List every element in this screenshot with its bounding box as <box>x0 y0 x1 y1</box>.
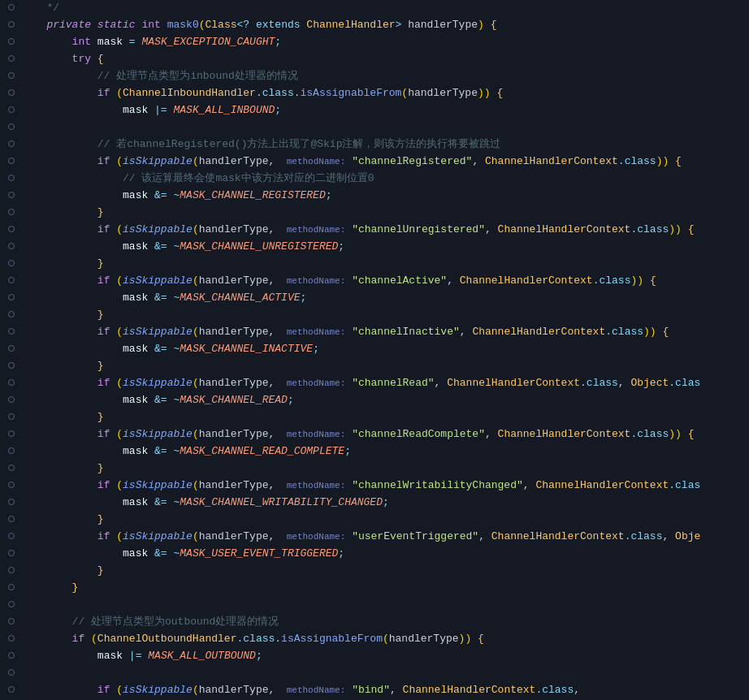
gutter-dot-8 <box>8 123 15 130</box>
line-content-10: if (isSkippable(handlerType, methodName:… <box>23 153 749 171</box>
line-content-37: // 处理节点类型为outbound处理器的情况 <box>23 614 749 631</box>
gutter-dot-9 <box>8 140 15 147</box>
line-content-19: } <box>23 307 749 324</box>
gutter-24 <box>0 396 23 403</box>
gutter-13 <box>0 209 23 215</box>
code-line-19: } <box>0 307 749 324</box>
gutter-dot-20 <box>8 328 15 335</box>
line-content-6: if (ChannelInboundHandler.class.isAssign… <box>23 85 749 102</box>
line-content-32: if (isSkippable(handlerType, methodName:… <box>23 529 749 546</box>
gutter-dot-3 <box>8 38 15 45</box>
gutter-37 <box>0 618 23 624</box>
gutter-16 <box>0 260 23 266</box>
gutter-20 <box>0 328 23 335</box>
code-line-4: try { <box>0 51 749 68</box>
gutter-18 <box>0 294 23 300</box>
code-line-20: if (isSkippable(handlerType, methodName:… <box>0 324 749 341</box>
gutter-15 <box>0 243 23 249</box>
line-content-15: mask &= ~MASK_CHANNEL_UNREGISTERED; <box>23 239 749 256</box>
line-content-8 <box>23 119 749 136</box>
line-content-38: if (ChannelOutboundHandler.class.isAssig… <box>23 631 749 648</box>
code-line-38: if (ChannelOutboundHandler.class.isAssig… <box>0 631 749 648</box>
gutter-dot-2 <box>8 21 15 28</box>
gutter-dot-28 <box>8 465 15 471</box>
gutter-dot-33 <box>8 550 15 556</box>
gutter-23 <box>0 379 23 386</box>
gutter-dot-26 <box>8 430 15 437</box>
line-content-11: // 该运算最终会使mask中该方法对应的二进制位置0 <box>23 171 749 188</box>
gutter-dot-30 <box>8 499 15 505</box>
line-content-33: mask &= ~MASK_USER_EVENT_TRIGGERED; <box>23 546 749 563</box>
line-content-13: } <box>23 205 749 222</box>
line-content-2: private static int mask0(Class<? extends… <box>23 17 749 34</box>
gutter-8 <box>0 123 23 130</box>
gutter-dot-15 <box>8 243 15 249</box>
line-content-1: */ <box>23 0 749 17</box>
line-content-20: if (isSkippable(handlerType, methodName:… <box>23 324 749 341</box>
gutter-dot-25 <box>8 413 15 420</box>
code-line-8 <box>0 119 749 136</box>
code-line-34: } <box>0 563 749 580</box>
code-line-30: mask &= ~MASK_CHANNEL_WRITABILITY_CHANGE… <box>0 495 749 512</box>
line-content-28: } <box>23 460 749 477</box>
code-line-29: if (isSkippable(handlerType, methodName:… <box>0 477 749 495</box>
gutter-6 <box>0 89 23 96</box>
gutter-3 <box>0 38 23 45</box>
line-content-31: } <box>23 512 749 529</box>
gutter-9 <box>0 140 23 147</box>
code-line-28: } <box>0 460 749 477</box>
gutter-26 <box>0 430 23 437</box>
gutter-19 <box>0 311 23 318</box>
line-content-5: // 处理节点类型为inbound处理器的情况 <box>23 68 749 85</box>
gutter-7 <box>0 106 23 113</box>
code-line-7: mask |= MASK_ALL_INBOUND; <box>0 102 749 119</box>
gutter-dot-12 <box>8 192 15 198</box>
gutter-dot-27 <box>8 447 15 454</box>
line-content-35: } <box>23 580 749 597</box>
gutter-dot-5 <box>8 72 15 79</box>
gutter-dot-7 <box>8 106 15 113</box>
code-line-18: mask &= ~MASK_CHANNEL_ACTIVE; <box>0 290 749 307</box>
line-content-39: mask |= MASK_ALL_OUTBOUND; <box>23 648 749 665</box>
gutter-dot-16 <box>8 260 15 266</box>
code-line-10: if (isSkippable(handlerType, methodName:… <box>0 153 749 171</box>
code-line-26: if (isSkippable(handlerType, methodName:… <box>0 426 749 443</box>
line-content-24: mask &= ~MASK_CHANNEL_READ; <box>23 392 749 409</box>
code-line-27: mask &= ~MASK_CHANNEL_READ_COMPLETE; <box>0 443 749 460</box>
gutter-28 <box>0 465 23 471</box>
gutter-36 <box>0 601 23 607</box>
gutter-41 <box>0 686 23 693</box>
line-content-18: mask &= ~MASK_CHANNEL_ACTIVE; <box>23 290 749 307</box>
gutter-dot-14 <box>8 226 15 232</box>
gutter-17 <box>0 277 23 283</box>
gutter-22 <box>0 362 23 369</box>
code-line-41: if (isSkippable(handlerType, methodName:… <box>0 682 749 699</box>
gutter-33 <box>0 550 23 556</box>
gutter-dot-32 <box>8 533 15 539</box>
line-content-4: try { <box>23 51 749 68</box>
gutter-35 <box>0 584 23 590</box>
code-line-5: // 处理节点类型为inbound处理器的情况 <box>0 68 749 85</box>
code-line-24: mask &= ~MASK_CHANNEL_READ; <box>0 392 749 409</box>
gutter-10 <box>0 158 23 164</box>
gutter-5 <box>0 72 23 79</box>
gutter-dot-13 <box>8 209 15 215</box>
gutter-dot-11 <box>8 175 15 181</box>
code-line-25: } <box>0 409 749 426</box>
line-content-25: } <box>23 409 749 426</box>
code-line-14: if (isSkippable(handlerType, methodName:… <box>0 222 749 239</box>
code-line-39: mask |= MASK_ALL_OUTBOUND; <box>0 648 749 665</box>
gutter-25 <box>0 413 23 420</box>
line-content-9: // 若channelRegistered()方法上出现了@Skip注解，则该方… <box>23 136 749 153</box>
gutter-dot-23 <box>8 379 15 386</box>
line-content-40 <box>23 665 749 682</box>
gutter-27 <box>0 447 23 454</box>
gutter-dot-6 <box>8 89 15 96</box>
gutter-2 <box>0 21 23 28</box>
gutter-dot-38 <box>8 635 15 642</box>
code-line-23: if (isSkippable(handlerType, methodName:… <box>0 375 749 392</box>
gutter-dot-10 <box>8 158 15 164</box>
gutter-30 <box>0 499 23 505</box>
gutter-40 <box>0 669 23 676</box>
code-line-40 <box>0 665 749 682</box>
